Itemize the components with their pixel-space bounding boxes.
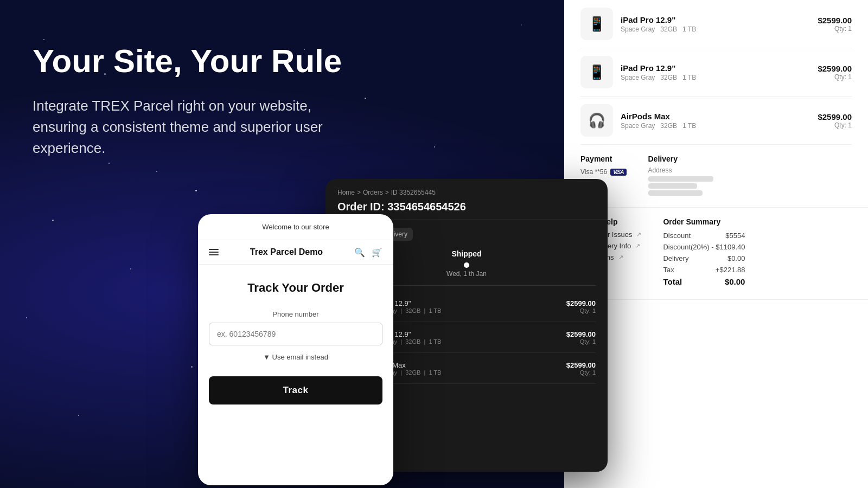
store-welcome: Welcome to our store bbox=[198, 214, 393, 240]
summary-row-total: Total $0.00 bbox=[663, 277, 745, 286]
order-summary-section: Order Summary Discount $5554 Discount (2… bbox=[663, 217, 745, 290]
address-line-1 bbox=[648, 176, 713, 182]
product-info: iPad Pro 12.9" Space Gray 32GB 1 TB bbox=[621, 15, 810, 33]
delivery-title: Delivery bbox=[648, 155, 713, 163]
hero-section: Your Site, Your Rule Integrate TREX Parc… bbox=[33, 43, 369, 159]
main-heading: Your Site, Your Rule bbox=[33, 43, 369, 79]
mobile-content: Track Your Order Phone number ▼ Use emai… bbox=[198, 265, 393, 415]
payment-delivery-section: Payment Visa **56 VISA Delivery Address bbox=[564, 145, 868, 208]
product-info: iPad Pro 12.9" Space Gray | 32GB | 1 TB bbox=[366, 299, 560, 314]
summary-row-tax: Tax +$221.88 bbox=[663, 266, 745, 274]
delivery-section: Delivery Address bbox=[648, 155, 713, 197]
summary-row-discount: Discount $5554 bbox=[663, 232, 745, 240]
product-thumbnail: 🎧 bbox=[580, 104, 613, 137]
product-list-white: 📱 iPad Pro 12.9" Space Gray 32GB 1 TB $2… bbox=[564, 0, 868, 145]
email-toggle[interactable]: ▼ Use email instead bbox=[263, 353, 328, 361]
nav-logo: Trex Parcel Demo bbox=[250, 247, 323, 257]
payment-title: Payment bbox=[580, 155, 627, 163]
address-line-2 bbox=[648, 183, 697, 189]
breadcrumb: Home > Orders > ID 3352655445 bbox=[337, 189, 596, 196]
cart-icon[interactable]: 🛒 bbox=[372, 247, 382, 258]
arrow-icon: ↗ bbox=[635, 242, 640, 249]
hamburger-menu[interactable] bbox=[209, 249, 219, 255]
right-panel: 📱 iPad Pro 12.9" Space Gray 32GB 1 TB $2… bbox=[564, 0, 868, 488]
mobile-mockup: Welcome to our store Trex Parcel Demo 🔍 … bbox=[198, 214, 393, 485]
product-info: AirPods Max Space Gray | 32GB | 1 TB bbox=[366, 361, 560, 376]
mobile-nav: Trex Parcel Demo 🔍 🛒 bbox=[198, 240, 393, 265]
product-info: AirPods Max Space Gray 32GB 1 TB bbox=[621, 112, 810, 130]
product-thumbnail: 📱 bbox=[580, 56, 613, 88]
address-label: Address bbox=[648, 166, 713, 174]
product-thumbnail: 📱 bbox=[580, 8, 613, 40]
help-summary-row: Need Help 🛒 Order Issues ↗ 📦 Delivery In… bbox=[564, 208, 868, 300]
table-row: 📱 iPad Pro 12.9" Space Gray 32GB 1 TB $2… bbox=[580, 0, 852, 48]
order-summary-title: Order Summary bbox=[663, 217, 745, 226]
table-row: 📱 iPad Pro 12.9" Space Gray 32GB 1 TB $2… bbox=[580, 48, 852, 97]
order-id-title: Order ID: 3354654654526 bbox=[337, 201, 596, 213]
visa-badge: Visa **56 VISA bbox=[580, 168, 627, 176]
arrow-icon: ↗ bbox=[636, 231, 641, 238]
search-icon[interactable]: 🔍 bbox=[354, 247, 365, 258]
sub-text: Integrate TREX Parcel right on your webs… bbox=[33, 95, 369, 159]
table-row: 🎧 AirPods Max Space Gray 32GB 1 TB $2599… bbox=[580, 97, 852, 145]
phone-label: Phone number bbox=[272, 310, 318, 318]
phone-input[interactable] bbox=[209, 323, 382, 345]
address-line-3 bbox=[648, 190, 703, 196]
product-info: iPad Pro 12.9" Space Gray 32GB 1 TB bbox=[621, 63, 810, 81]
visa-logo: VISA bbox=[610, 169, 626, 176]
arrow-icon: ↗ bbox=[618, 254, 623, 261]
summary-row-delivery: Delivery $0.00 bbox=[663, 254, 745, 262]
track-title: Track Your Order bbox=[247, 281, 344, 295]
summary-row-discount-pct: Discount (20%) - $1109.40 bbox=[663, 243, 745, 251]
progress-dot bbox=[464, 262, 469, 268]
product-info: iPad Pro 12.9" Space Gray | 32GB | 1 TB bbox=[366, 330, 560, 345]
nav-icons: 🔍 🛒 bbox=[354, 247, 382, 258]
track-button[interactable]: Track bbox=[209, 376, 382, 404]
